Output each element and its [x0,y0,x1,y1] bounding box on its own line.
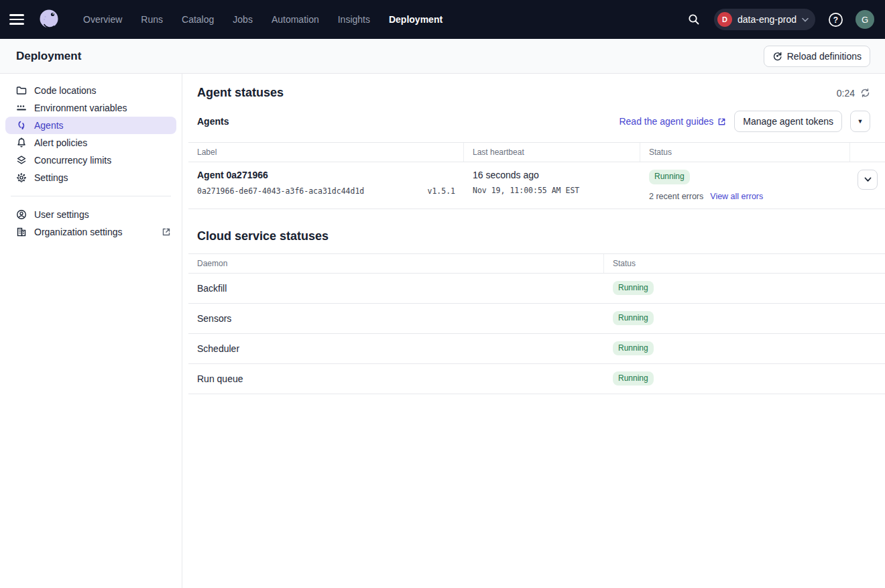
svg-text:?: ? [833,15,837,24]
sidebar-item-concurrency-limits[interactable]: Concurrency limits [5,152,176,169]
sidebar-item-alert-policies[interactable]: Alert policies [5,134,176,152]
agent-version: v1.5.1 [427,186,455,196]
column-header-daemon: Daemon [188,254,604,273]
user-circle-icon [16,209,27,220]
view-all-errors-link[interactable]: View all errors [710,192,763,201]
nav-tab-overview[interactable]: Overview [75,9,130,30]
external-link-icon [162,227,171,237]
user-avatar[interactable]: G [856,10,874,29]
countdown-value: 0:24 [837,88,855,99]
sidebar-item-agents[interactable]: Agents [5,117,176,134]
column-header-label: Label [188,143,464,162]
status-badge: Running [613,281,654,296]
column-header-status: Status [604,254,885,273]
agent-row: Agent 0a271966 0a271966-de67-4043-a3f6-a… [188,162,885,209]
search-icon[interactable] [683,9,705,30]
refresh-countdown: 0:24 [837,88,870,99]
nav-tab-jobs[interactable]: Jobs [225,9,261,30]
heartbeat-relative: 16 seconds ago [473,170,632,180]
app-window: Overview Runs Catalog Jobs Automation In… [0,0,885,588]
main-content: Agent statuses 0:24 Agents Read the agen… [182,74,885,588]
daemon-name: Run queue [188,364,604,394]
daemon-row-backfill: Backfill Running [188,274,885,304]
daemon-name: Sensors [188,304,604,333]
agent-name: Agent 0a271966 [197,170,455,180]
sidebar-item-settings[interactable]: Settings [5,169,176,186]
reload-icon [772,51,782,61]
sidebar-item-code-locations[interactable]: Code locations [5,82,176,99]
heartbeat-absolute: Nov 19, 11:00:55 AM EST [473,186,632,195]
daemon-row-run-queue: Run queue Running [188,364,885,394]
sidebar-item-label: Environment variables [34,103,127,113]
dagster-logo-icon[interactable] [36,7,62,32]
sidebar-item-label: Organization settings [34,227,123,237]
nav-tab-insights[interactable]: Insights [330,9,378,30]
sidebar-item-organization-settings[interactable]: Organization settings [5,223,176,241]
nav-tab-runs[interactable]: Runs [133,9,171,30]
folder-icon [16,85,27,96]
agent-tokens-dropdown-button[interactable]: ▼ [850,111,870,132]
recent-errors-count: 2 recent errors [649,192,703,201]
sidebar-item-label: Settings [34,172,68,183]
reload-definitions-button[interactable]: Reload definitions [764,46,870,67]
status-badge: Running [613,311,654,326]
help-icon[interactable]: ? [825,9,846,30]
deployment-initial-badge: D [717,12,732,27]
hamburger-menu-icon[interactable] [9,9,30,30]
daemon-row-sensors: Sensors Running [188,304,885,334]
agent-icon [16,120,27,131]
deployment-sidebar: Code locations Environment variables Age… [0,74,182,588]
agent-id: 0a271966-de67-4043-a3f6-aca31dc44d1d [197,186,364,196]
refresh-icon[interactable] [860,88,870,98]
manage-agent-tokens-button[interactable]: Manage agent tokens [734,111,842,132]
deployment-switcher[interactable]: D data-eng-prod [714,9,815,30]
sidebar-item-label: Alert policies [34,137,87,148]
nav-tab-catalog[interactable]: Catalog [174,9,222,30]
sidebar-item-label: Agents [34,120,64,131]
sidebar-item-label: Code locations [34,85,97,96]
page-title: Deployment [16,50,81,63]
status-badge: Running [613,341,654,356]
agents-table-header: Label Last heartbeat Status [188,143,885,162]
sidebar-divider [11,196,171,196]
deployment-name: data-eng-prod [738,14,796,25]
nav-tab-deployment[interactable]: Deployment [381,9,451,30]
sidebar-item-label: Concurrency limits [34,155,111,166]
bell-icon [16,137,27,148]
layers-icon [16,155,27,166]
status-badge: Running [649,170,690,184]
caret-down-icon: ▼ [858,119,864,125]
external-link-icon [717,117,726,126]
env-vars-icon [16,103,27,113]
status-badge: Running [613,371,654,386]
cloud-service-statuses-title: Cloud service statuses [182,209,885,243]
sidebar-item-user-settings[interactable]: User settings [5,206,176,223]
sidebar-item-label: User settings [34,209,89,220]
page-header: Deployment Reload definitions [0,39,885,74]
daemon-name: Scheduler [188,334,604,363]
gear-icon [16,172,27,183]
agent-statuses-title: Agent statuses [197,86,284,100]
agents-table: Label Last heartbeat Status Agent 0a2719… [188,142,885,209]
chevron-down-icon [864,177,872,182]
daemons-table-header: Daemon Status [188,254,885,274]
daemons-table: Daemon Status Backfill Running Sensors R… [188,253,885,394]
building-icon [16,227,27,237]
top-nav: Overview Runs Catalog Jobs Automation In… [0,0,885,39]
column-header-status: Status [640,143,850,162]
column-header-heartbeat: Last heartbeat [464,143,640,162]
nav-tab-automation[interactable]: Automation [263,9,327,30]
sidebar-item-environment-variables[interactable]: Environment variables [5,99,176,117]
daemon-row-scheduler: Scheduler Running [188,334,885,364]
agent-row-expand-button[interactable] [858,170,878,190]
agents-subtitle: Agents [197,116,229,127]
agent-guides-link[interactable]: Read the agent guides [619,116,726,127]
chevron-down-icon [802,17,809,22]
daemon-name: Backfill [188,274,604,303]
column-header-expand [850,143,885,162]
